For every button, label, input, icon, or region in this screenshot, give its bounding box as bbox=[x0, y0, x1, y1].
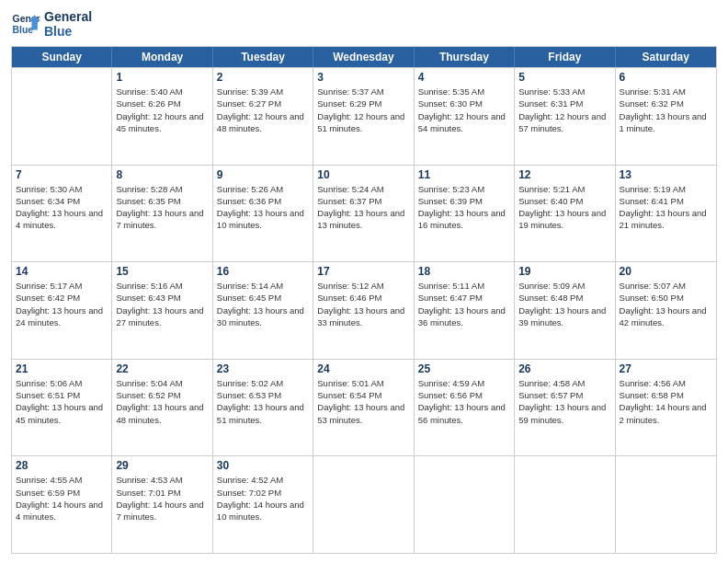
calendar-day-9: 9Sunrise: 5:26 AMSunset: 6:36 PMDaylight… bbox=[213, 166, 313, 262]
calendar-day-13: 13Sunrise: 5:19 AMSunset: 6:41 PMDayligh… bbox=[616, 166, 716, 262]
day-number: 13 bbox=[620, 168, 712, 181]
day-number: 15 bbox=[116, 265, 208, 278]
day-number: 4 bbox=[418, 71, 510, 84]
day-info: Sunrise: 5:19 AMSunset: 6:41 PMDaylight:… bbox=[620, 183, 712, 232]
calendar-day-15: 15Sunrise: 5:16 AMSunset: 6:43 PMDayligh… bbox=[112, 262, 212, 359]
calendar-day-11: 11Sunrise: 5:23 AMSunset: 6:39 PMDayligh… bbox=[415, 166, 515, 262]
day-info: Sunrise: 5:37 AMSunset: 6:29 PMDaylight:… bbox=[317, 86, 409, 134]
day-number: 14 bbox=[16, 265, 108, 278]
day-info: Sunrise: 5:14 AMSunset: 6:45 PMDaylight:… bbox=[217, 280, 309, 328]
day-number: 12 bbox=[518, 168, 610, 181]
day-number: 19 bbox=[518, 265, 610, 278]
logo-text-blue: Blue bbox=[44, 24, 92, 39]
day-info: Sunrise: 5:06 AMSunset: 6:51 PMDaylight:… bbox=[16, 377, 108, 426]
day-info: Sunrise: 5:26 AMSunset: 6:36 PMDaylight:… bbox=[217, 183, 309, 232]
day-number: 26 bbox=[518, 362, 610, 375]
weekday-header-friday: Friday bbox=[515, 47, 615, 67]
day-number: 7 bbox=[16, 168, 108, 181]
calendar-day-30: 30Sunrise: 4:52 AMSunset: 7:02 PMDayligh… bbox=[213, 456, 313, 553]
calendar-day-29: 29Sunrise: 4:53 AMSunset: 7:01 PMDayligh… bbox=[112, 456, 212, 553]
calendar-day-27: 27Sunrise: 4:56 AMSunset: 6:58 PMDayligh… bbox=[616, 360, 716, 456]
calendar-header: SundayMondayTuesdayWednesdayThursdayFrid… bbox=[12, 47, 716, 67]
calendar-day-empty bbox=[415, 456, 515, 553]
calendar-week-4: 21Sunrise: 5:06 AMSunset: 6:51 PMDayligh… bbox=[12, 359, 716, 456]
day-info: Sunrise: 4:52 AMSunset: 7:02 PMDaylight:… bbox=[217, 474, 309, 523]
calendar-day-empty bbox=[515, 456, 615, 553]
day-info: Sunrise: 5:16 AMSunset: 6:43 PMDaylight:… bbox=[116, 280, 208, 328]
calendar-day-20: 20Sunrise: 5:07 AMSunset: 6:50 PMDayligh… bbox=[616, 262, 716, 359]
day-info: Sunrise: 5:31 AMSunset: 6:32 PMDaylight:… bbox=[620, 86, 712, 134]
calendar-day-25: 25Sunrise: 4:59 AMSunset: 6:56 PMDayligh… bbox=[415, 360, 515, 456]
calendar-page: General Blue General Blue SundayMondayTu… bbox=[0, 0, 728, 563]
weekday-header-thursday: Thursday bbox=[415, 47, 515, 67]
day-info: Sunrise: 5:23 AMSunset: 6:39 PMDaylight:… bbox=[418, 183, 510, 232]
day-number: 21 bbox=[16, 362, 108, 375]
calendar-day-12: 12Sunrise: 5:21 AMSunset: 6:40 PMDayligh… bbox=[515, 166, 615, 262]
day-number: 10 bbox=[317, 168, 409, 181]
day-number: 23 bbox=[217, 362, 309, 375]
day-info: Sunrise: 4:59 AMSunset: 6:56 PMDaylight:… bbox=[418, 377, 510, 426]
calendar-week-2: 7Sunrise: 5:30 AMSunset: 6:34 PMDaylight… bbox=[12, 165, 716, 262]
day-info: Sunrise: 5:04 AMSunset: 6:52 PMDaylight:… bbox=[116, 377, 208, 426]
day-info: Sunrise: 5:11 AMSunset: 6:47 PMDaylight:… bbox=[418, 280, 510, 328]
calendar-day-22: 22Sunrise: 5:04 AMSunset: 6:52 PMDayligh… bbox=[112, 360, 212, 456]
day-number: 20 bbox=[620, 265, 712, 278]
calendar-day-26: 26Sunrise: 4:58 AMSunset: 6:57 PMDayligh… bbox=[515, 360, 615, 456]
day-number: 3 bbox=[317, 71, 409, 84]
calendar: SundayMondayTuesdayWednesdayThursdayFrid… bbox=[11, 46, 717, 554]
logo-text-general: General bbox=[44, 9, 92, 24]
logo-icon: General Blue bbox=[11, 9, 40, 39]
day-info: Sunrise: 5:02 AMSunset: 6:53 PMDaylight:… bbox=[217, 377, 309, 426]
day-info: Sunrise: 4:56 AMSunset: 6:58 PMDaylight:… bbox=[620, 377, 712, 426]
calendar-day-14: 14Sunrise: 5:17 AMSunset: 6:42 PMDayligh… bbox=[12, 262, 112, 359]
day-number: 27 bbox=[620, 362, 712, 375]
calendar-day-5: 5Sunrise: 5:33 AMSunset: 6:31 PMDaylight… bbox=[515, 68, 615, 165]
calendar-week-5: 28Sunrise: 4:55 AMSunset: 6:59 PMDayligh… bbox=[12, 455, 716, 553]
calendar-day-6: 6Sunrise: 5:31 AMSunset: 6:32 PMDaylight… bbox=[616, 68, 716, 165]
day-info: Sunrise: 5:01 AMSunset: 6:54 PMDaylight:… bbox=[317, 377, 409, 426]
day-info: Sunrise: 5:07 AMSunset: 6:50 PMDaylight:… bbox=[620, 280, 712, 328]
day-info: Sunrise: 5:39 AMSunset: 6:27 PMDaylight:… bbox=[217, 86, 309, 134]
calendar-day-19: 19Sunrise: 5:09 AMSunset: 6:48 PMDayligh… bbox=[515, 262, 615, 359]
calendar-day-2: 2Sunrise: 5:39 AMSunset: 6:27 PMDaylight… bbox=[213, 68, 313, 165]
calendar-day-21: 21Sunrise: 5:06 AMSunset: 6:51 PMDayligh… bbox=[12, 360, 112, 456]
calendar-day-3: 3Sunrise: 5:37 AMSunset: 6:29 PMDaylight… bbox=[313, 68, 414, 165]
day-info: Sunrise: 5:30 AMSunset: 6:34 PMDaylight:… bbox=[16, 183, 108, 232]
calendar-day-empty bbox=[12, 68, 112, 165]
day-info: Sunrise: 4:55 AMSunset: 6:59 PMDaylight:… bbox=[16, 474, 108, 523]
calendar-day-16: 16Sunrise: 5:14 AMSunset: 6:45 PMDayligh… bbox=[213, 262, 313, 359]
weekday-header-sunday: Sunday bbox=[12, 47, 112, 67]
day-info: Sunrise: 5:21 AMSunset: 6:40 PMDaylight:… bbox=[518, 183, 610, 232]
day-number: 11 bbox=[418, 168, 510, 181]
day-number: 28 bbox=[16, 459, 108, 472]
calendar-day-empty bbox=[616, 456, 716, 553]
day-number: 17 bbox=[317, 265, 409, 278]
calendar-day-1: 1Sunrise: 5:40 AMSunset: 6:26 PMDaylight… bbox=[112, 68, 212, 165]
day-info: Sunrise: 5:12 AMSunset: 6:46 PMDaylight:… bbox=[317, 280, 409, 328]
day-number: 29 bbox=[116, 459, 208, 472]
day-number: 2 bbox=[217, 71, 309, 84]
calendar-day-10: 10Sunrise: 5:24 AMSunset: 6:37 PMDayligh… bbox=[313, 166, 414, 262]
day-number: 1 bbox=[116, 71, 208, 84]
day-number: 18 bbox=[418, 265, 510, 278]
calendar-body: 1Sunrise: 5:40 AMSunset: 6:26 PMDaylight… bbox=[12, 67, 716, 553]
day-info: Sunrise: 4:58 AMSunset: 6:57 PMDaylight:… bbox=[518, 377, 610, 426]
day-info: Sunrise: 5:40 AMSunset: 6:26 PMDaylight:… bbox=[116, 86, 208, 134]
logo: General Blue General Blue bbox=[11, 9, 92, 39]
day-number: 25 bbox=[418, 362, 510, 375]
page-header: General Blue General Blue bbox=[11, 9, 717, 39]
calendar-day-18: 18Sunrise: 5:11 AMSunset: 6:47 PMDayligh… bbox=[415, 262, 515, 359]
day-info: Sunrise: 5:09 AMSunset: 6:48 PMDaylight:… bbox=[518, 280, 610, 328]
day-info: Sunrise: 4:53 AMSunset: 7:01 PMDaylight:… bbox=[116, 474, 208, 523]
day-number: 9 bbox=[217, 168, 309, 181]
day-info: Sunrise: 5:35 AMSunset: 6:30 PMDaylight:… bbox=[418, 86, 510, 134]
weekday-header-wednesday: Wednesday bbox=[313, 47, 414, 67]
calendar-day-28: 28Sunrise: 4:55 AMSunset: 6:59 PMDayligh… bbox=[12, 456, 112, 553]
weekday-header-tuesday: Tuesday bbox=[213, 47, 313, 67]
calendar-week-1: 1Sunrise: 5:40 AMSunset: 6:26 PMDaylight… bbox=[12, 67, 716, 165]
day-info: Sunrise: 5:33 AMSunset: 6:31 PMDaylight:… bbox=[518, 86, 610, 134]
day-number: 6 bbox=[620, 71, 712, 84]
day-info: Sunrise: 5:24 AMSunset: 6:37 PMDaylight:… bbox=[317, 183, 409, 232]
weekday-header-saturday: Saturday bbox=[616, 47, 716, 67]
calendar-day-8: 8Sunrise: 5:28 AMSunset: 6:35 PMDaylight… bbox=[112, 166, 212, 262]
